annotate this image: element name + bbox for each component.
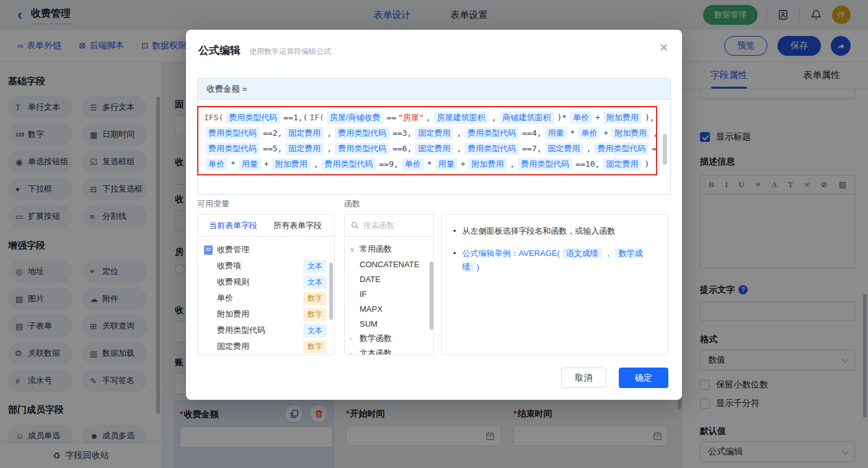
formula-token: IFS( [204,113,223,122]
bullet: • [453,224,456,238]
formula-target: 收费金额 = [198,79,670,100]
formula-token: , [587,144,591,153]
field-token[interactable]: 房屋/商铺收费 [327,112,384,124]
formula-line: 费用类型代码==2,固定费用,费用类型代码==3,固定费用,费用类型代码==4,… [203,125,651,141]
formula-token: + [595,113,600,122]
modal-title: 公式编辑 [198,43,241,58]
tab-current-form-fields[interactable]: 当前表单字段 [209,220,257,231]
functions-panel: ∨常用函数CONCATENATEDATEIFMAPXSUM›数学函数›文本函数 [344,214,434,355]
formula-token: , [314,159,319,169]
function-item[interactable]: CONCATENATE [350,257,431,272]
variable-name: 收费规则 [217,276,249,288]
formula-token: * [427,159,432,169]
bullet: • [453,247,456,274]
formula-line: 费用类型代码==5,固定费用,费用类型代码==6,固定费用,费用类型代码==7,… [203,141,651,156]
confirm-button[interactable]: 确定 [619,368,668,388]
field-token[interactable]: 费用类型代码 [205,143,260,155]
variable-name: 单价 [217,293,233,304]
field-token[interactable]: 用量 [239,158,261,170]
field-token[interactable]: 房屋建筑面积 [434,112,489,124]
field-token[interactable]: 固定费用 [603,158,641,170]
modal-header: 公式编辑 使用数学运算符编辑公式 [186,30,682,58]
formula-token: ==6, [392,144,412,153]
field-token[interactable]: 单价 [402,158,424,170]
close-icon[interactable]: ✕ [659,42,668,53]
formula-token: + [461,159,466,169]
formula-token: ==4, [522,128,541,138]
formula-token: )* [557,113,567,122]
functions-label: 函数 [344,198,360,210]
field-token[interactable]: 费用类型代码 [335,127,389,139]
variables-label: 可用变量 [197,198,229,210]
field-token[interactable]: 固定费用 [415,143,453,155]
variable-row[interactable]: 收费项文本 [204,258,330,274]
field-token[interactable]: 单价 [578,127,600,139]
variable-name: 收费项 [217,260,241,272]
variable-row[interactable]: 附加费用数字 [204,306,330,322]
variable-name: 附加费用 [217,309,249,320]
function-item[interactable]: MAPX [350,301,431,316]
field-token[interactable]: 附加费用 [611,127,650,139]
formula-line: IFS(费用类型代码==1,(IF(房屋/商铺收费=="房屋",房屋建筑面积,商… [203,110,651,125]
help-field-token: 语文成绩 [562,248,602,258]
field-token[interactable]: 费用类型代码 [594,143,649,155]
variable-row[interactable]: 单价数字 [204,290,330,306]
variables-scrollbar[interactable] [329,263,333,320]
function-search-input[interactable] [363,221,419,230]
field-token[interactable]: 费用类型代码 [205,127,260,139]
variable-type-badge: 数字 [303,308,327,321]
field-token[interactable]: 费用类型代码 [464,127,519,139]
formula-edit-modal: 公式编辑 使用数学运算符编辑公式 ✕ 收费金额 = IFS(费用类型代码==1,… [186,30,682,400]
field-token[interactable]: 用量 [435,158,458,170]
cancel-button[interactable]: 取消 [561,368,606,388]
field-token[interactable]: 费用类型代码 [321,158,376,170]
variable-row[interactable]: 费用类型代码文本 [204,322,330,338]
field-token[interactable]: 费用类型代码 [335,143,389,155]
formula-line: 单价*用量+附加费用,费用类型代码==9,单价*用量+附加费用,费用类型代码==… [203,156,651,172]
function-search[interactable] [345,214,433,237]
field-token[interactable]: 费用类型代码 [226,112,280,124]
field-token[interactable]: 费用类型代码 [518,158,572,170]
functions-scrollbar[interactable] [430,262,433,330]
formula-token: ==7, [522,144,541,153]
functions-tree: ∨常用函数CONCATENATEDATEIFMAPXSUM›数学函数›文本函数 [345,237,433,355]
formula-token: , [492,113,497,122]
function-item[interactable]: SUM [350,316,431,331]
function-group[interactable]: ›文本函数 [350,346,431,355]
formula-scrollbar[interactable] [663,134,667,165]
variable-row[interactable]: 收费规则文本 [204,274,330,290]
formula-highlight-box: IFS(费用类型代码==1,(IF(房屋/商铺收费=="房屋",房屋建筑面积,商… [197,106,657,175]
formula-token: + [603,128,608,138]
formula-help-panel: • 从左侧面板选择字段名和函数，或输入函数 • 公式编辑举例：AVERAGE(语… [441,214,668,355]
field-token[interactable]: 固定费用 [285,127,324,139]
variables-root[interactable]: 收费管理 [204,242,330,258]
function-group[interactable]: ›数学函数 [350,331,431,346]
formula-token: , [327,144,332,153]
field-token[interactable]: 固定费用 [285,143,324,155]
tab-all-form-fields[interactable]: 所有表单字段 [273,220,322,231]
field-token[interactable]: 费用类型代码 [464,143,519,155]
function-group[interactable]: ∨常用函数 [350,242,431,257]
function-item[interactable]: DATE [350,272,431,286]
field-token[interactable]: 固定费用 [545,143,583,155]
variable-name: 固定费用 [217,341,249,352]
formula-token: , [426,113,431,122]
field-token[interactable]: 附加费用 [272,158,311,170]
field-token[interactable]: 固定费用 [415,127,453,139]
field-token[interactable]: 附加费用 [468,158,507,170]
formula-token: , [653,128,657,138]
function-item[interactable]: IF [350,286,431,301]
field-token[interactable]: 单价 [570,112,592,124]
formula-token: ), [645,113,655,122]
formula-code-area[interactable]: IFS(费用类型代码==1,(IF(房屋/商铺收费=="房屋",房屋建筑面积,商… [198,100,670,194]
field-token[interactable]: 附加费用 [603,112,642,124]
help-line-1: • 从左侧面板选择字段名和函数，或输入函数 [453,224,657,238]
formula-token: ==5, [263,144,282,153]
field-token[interactable]: 商铺建筑面积 [500,112,554,124]
field-token[interactable]: 用量 [545,127,567,139]
variable-row[interactable]: 固定费用数字 [204,338,330,355]
variable-type-badge: 文本 [303,276,327,289]
formula-token: ==3, [392,128,412,138]
field-token[interactable]: 单价 [205,158,228,170]
formula-editor: 收费金额 = IFS(费用类型代码==1,(IF(房屋/商铺收费=="房屋",房… [197,78,671,195]
